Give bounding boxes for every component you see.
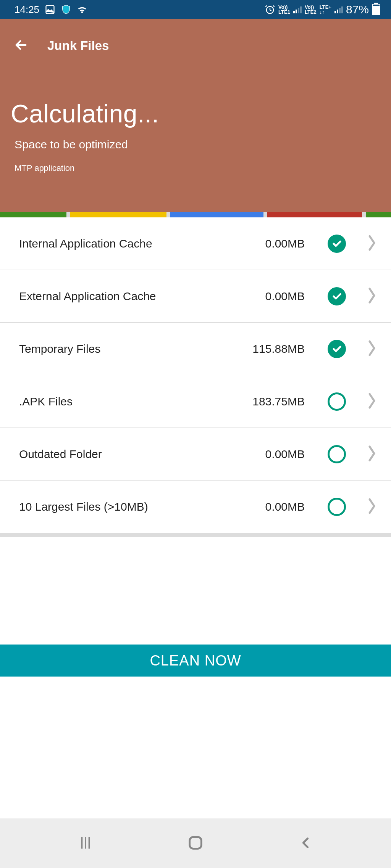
check-icon (331, 291, 342, 302)
signal-2-icon (334, 6, 343, 13)
category-label: .APK Files (19, 395, 244, 408)
category-size: 0.00MB (244, 500, 305, 513)
sim2-ext: LTE+ ↓↑ (320, 5, 331, 14)
category-size: 0.00MB (244, 290, 305, 303)
category-list: Internal Application Cache0.00MBExternal… (0, 217, 391, 533)
chevron-right-icon (367, 235, 377, 251)
app-bar: Junk Files (0, 19, 391, 57)
expand-button[interactable] (367, 392, 377, 411)
bar-segment-blue (170, 212, 263, 217)
signal-1-icon (293, 6, 302, 13)
check-icon (331, 344, 342, 354)
chevron-right-icon (367, 340, 377, 357)
status-time: 14:25 (15, 4, 39, 16)
category-checkbox[interactable] (328, 392, 346, 411)
expand-button[interactable] (367, 498, 377, 516)
hero-status: Calculating... (11, 99, 380, 128)
svg-rect-2 (190, 837, 202, 849)
category-row[interactable]: 10 Largest Files (>10MB)0.00MB (0, 481, 391, 533)
back-button[interactable] (13, 37, 29, 55)
gallery-icon (45, 4, 55, 15)
bar-segment-green (0, 212, 66, 217)
category-checkbox[interactable] (328, 445, 346, 463)
category-row[interactable]: Outdated Folder0.00MB (0, 428, 391, 481)
chevron-right-icon (367, 498, 377, 514)
hero-subtitle: Space to be optimized (11, 138, 380, 151)
category-size: 115.88MB (244, 342, 305, 355)
category-checkbox[interactable] (328, 287, 346, 305)
battery-icon (372, 4, 380, 15)
category-row[interactable]: Temporary Files115.88MB (0, 323, 391, 375)
category-checkbox[interactable] (328, 498, 346, 516)
category-row[interactable]: .APK Files183.75MB (0, 375, 391, 428)
status-bar: 14:25 Vo)) LTE1 Vo)) LTE2 LTE+ ↓↑ (0, 0, 391, 19)
back-nav-button[interactable] (297, 834, 314, 853)
category-label: Temporary Files (19, 342, 244, 355)
category-size: 183.75MB (244, 395, 305, 408)
expand-button[interactable] (367, 287, 377, 305)
list-end-divider (0, 533, 391, 537)
category-label: Outdated Folder (19, 448, 244, 461)
hero-panel: Calculating... Space to be optimized MTP… (0, 57, 391, 212)
home-icon (187, 834, 204, 852)
category-row[interactable]: External Application Cache0.00MB (0, 270, 391, 323)
clean-now-label: CLEAN NOW (150, 653, 241, 669)
category-label: Internal Application Cache (19, 237, 244, 250)
recents-button[interactable] (77, 834, 94, 853)
bar-segment-red (267, 212, 362, 217)
bar-segment-yellow (70, 212, 166, 217)
category-label: External Application Cache (19, 290, 244, 303)
sim2-bot: LTE2 (305, 10, 317, 14)
clean-now-button[interactable]: CLEAN NOW (0, 645, 391, 677)
status-left: 14:25 (15, 4, 87, 16)
expand-button[interactable] (367, 340, 377, 358)
hero-detail: MTP application (11, 163, 380, 173)
chevron-right-icon (367, 392, 377, 409)
battery-text: 87% (346, 3, 369, 16)
category-checkbox[interactable] (328, 235, 346, 253)
category-bar (0, 212, 391, 217)
shield-icon (61, 4, 71, 15)
category-size: 0.00MB (244, 448, 305, 461)
category-checkbox[interactable] (328, 340, 346, 358)
category-size: 0.00MB (244, 237, 305, 250)
expand-button[interactable] (367, 445, 377, 463)
check-icon (331, 238, 342, 249)
home-button[interactable] (187, 834, 204, 853)
system-nav-bar (0, 818, 391, 868)
chevron-right-icon (367, 287, 377, 304)
status-right: Vo)) LTE1 Vo)) LTE2 LTE+ ↓↑ 87% (265, 3, 380, 16)
recents-icon (77, 834, 94, 852)
category-row[interactable]: Internal Application Cache0.00MB (0, 217, 391, 270)
expand-button[interactable] (367, 235, 377, 253)
sim1-bot: LTE1 (278, 10, 290, 14)
bar-segment-green2 (366, 212, 391, 217)
category-label: 10 Largest Files (>10MB) (19, 500, 244, 513)
sim1-label: Vo)) LTE1 (278, 5, 290, 14)
chevron-left-icon (297, 834, 314, 852)
alarm-icon (265, 4, 275, 15)
wifi-icon (77, 4, 87, 15)
sim2-label: Vo)) LTE2 (305, 5, 317, 14)
arrow-left-icon (13, 37, 29, 53)
chevron-right-icon (367, 445, 377, 462)
page-title: Junk Files (47, 39, 109, 53)
